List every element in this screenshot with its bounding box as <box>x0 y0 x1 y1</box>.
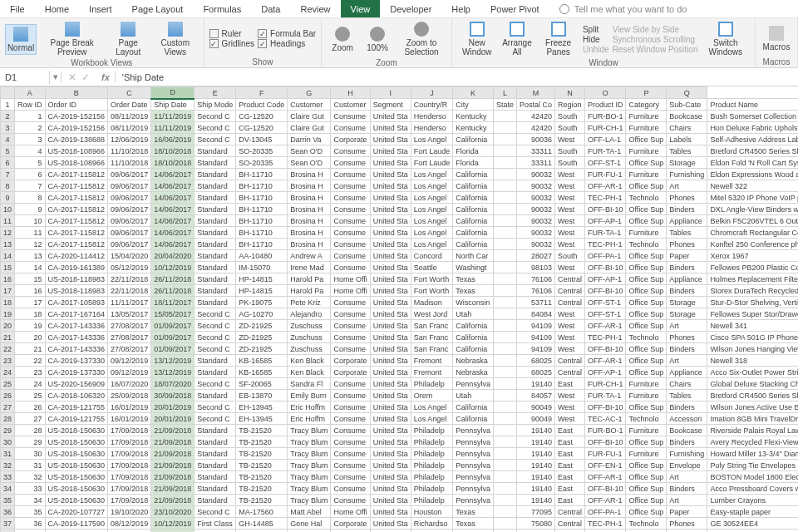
cell[interactable]: United Sta <box>370 506 411 518</box>
cell[interactable]: 14/06/2017 <box>151 204 195 215</box>
cell[interactable]: Philadelp <box>411 483 453 495</box>
col-header[interactable] <box>1 87 15 99</box>
cell[interactable]: Standard <box>195 355 236 367</box>
cell[interactable]: 90032 <box>516 180 554 192</box>
cell[interactable]: 19140 <box>516 436 554 448</box>
cell[interactable]: California <box>453 413 494 425</box>
cell[interactable]: Furniture <box>626 425 667 436</box>
cell[interactable]: Nebraska <box>453 355 494 367</box>
cell[interactable]: FUR-CH-1 <box>584 122 626 134</box>
cell[interactable]: OFF-BI-10 <box>584 483 626 495</box>
cell[interactable]: 19140 <box>516 483 554 495</box>
cell[interactable]: First Class <box>195 530 236 533</box>
cell[interactable]: Los Angel <box>411 134 453 145</box>
cell[interactable]: OFF-EN-1 <box>584 460 626 471</box>
cell[interactable]: Los Angel <box>411 192 453 204</box>
cell[interactable]: Pete Kriz <box>288 297 331 308</box>
cell[interactable]: Los Angel <box>411 169 453 180</box>
cell[interactable]: 22/11/2018 <box>108 285 151 297</box>
cell[interactable]: US-2018-118983 <box>45 273 108 285</box>
cell[interactable]: 19 <box>15 320 46 332</box>
cell[interactable]: 09/06/2017 <box>108 215 151 227</box>
cell[interactable]: United Sta <box>370 215 411 227</box>
cell[interactable]: 09/06/2017 <box>108 239 151 250</box>
cell[interactable]: California <box>453 343 494 355</box>
cell[interactable]: Tracy Blum <box>288 471 331 483</box>
cell[interactable]: Philadelp <box>411 378 453 390</box>
cell[interactable]: Office Sup <box>626 483 667 495</box>
cell[interactable]: Eric Hoffm <box>288 413 331 425</box>
cell[interactable]: Office Sup <box>626 471 667 483</box>
cell[interactable]: Florida <box>453 145 494 157</box>
row-header[interactable]: 6 <box>1 157 15 169</box>
cell[interactable]: 09/06/2017 <box>108 180 151 192</box>
cell[interactable] <box>493 192 516 204</box>
cell[interactable]: Standard <box>195 169 236 180</box>
cell[interactable]: Office Sup <box>626 204 667 215</box>
cell[interactable]: Pennsylva <box>453 471 494 483</box>
cell[interactable]: United Sta <box>370 297 411 308</box>
cell[interactable]: 77095 <box>516 506 554 518</box>
cell[interactable]: United Sta <box>370 378 411 390</box>
cell[interactable]: Binders <box>667 285 707 297</box>
cell[interactable]: Office Sup <box>626 134 667 145</box>
cell[interactable]: US-2020-156909 <box>45 378 108 390</box>
cell[interactable]: 2 <box>15 122 46 134</box>
cell[interactable]: Binders <box>667 401 707 413</box>
cell[interactable]: Zuschuss <box>288 343 331 355</box>
cell[interactable]: California <box>453 169 494 180</box>
cell[interactable]: 13 <box>15 250 46 262</box>
cell[interactable]: 94109 <box>516 320 554 332</box>
cell[interactable] <box>493 530 516 533</box>
cell[interactable]: TEC-PH-1 <box>584 192 626 204</box>
cell[interactable]: 13/12/2019 <box>151 355 195 367</box>
cell[interactable]: United Sta <box>370 343 411 355</box>
cell[interactable]: Texas <box>453 530 494 533</box>
cell[interactable]: Consume <box>331 460 370 471</box>
cell[interactable]: Kentucky <box>453 122 494 134</box>
cell[interactable]: 08/12/2019 <box>108 518 151 530</box>
cell[interactable]: Standard <box>195 367 236 378</box>
cell[interactable]: ZD-21925 <box>236 343 288 355</box>
cell[interactable]: Madison <box>411 297 453 308</box>
cell[interactable]: 17/09/2018 <box>108 448 151 460</box>
col-header[interactable]: A <box>15 87 46 99</box>
row-header[interactable]: 36 <box>1 506 15 518</box>
cell[interactable]: MA-17560 <box>236 506 288 518</box>
cell[interactable]: East <box>554 378 584 390</box>
cell[interactable] <box>493 308 516 320</box>
cell[interactable]: South <box>554 145 584 157</box>
cell[interactable]: Home Offi <box>331 506 370 518</box>
cell[interactable]: West <box>554 239 584 250</box>
cell[interactable]: 18/10/2018 <box>151 157 195 169</box>
cell[interactable]: FUR-FU-1 <box>584 448 626 460</box>
arrange-all-button[interactable]: Arrange All <box>500 20 534 58</box>
cell[interactable]: San Franc <box>411 343 453 355</box>
cell[interactable]: Brosina H <box>288 192 331 204</box>
cell[interactable]: Phones <box>667 239 707 250</box>
cell[interactable]: FUR-CH-1 <box>584 378 626 390</box>
cell[interactable]: Konftel 250 Conference phone - Charcoal … <box>707 239 798 250</box>
cell[interactable]: Consume <box>331 343 370 355</box>
cell[interactable]: Product Name <box>707 99 798 111</box>
cell[interactable]: Central <box>554 506 584 518</box>
cell[interactable]: Furniture <box>626 145 667 157</box>
cell[interactable]: 90032 <box>516 215 554 227</box>
cell[interactable]: West <box>554 134 584 145</box>
cell[interactable]: CA-2017-105893 <box>45 297 108 308</box>
cell[interactable]: West <box>554 192 584 204</box>
cell[interactable]: Product Code <box>236 99 288 111</box>
cell[interactable]: Brosina H <box>288 204 331 215</box>
cell[interactable]: 11/11/2017 <box>108 297 151 308</box>
cell[interactable] <box>493 483 516 495</box>
tab-developer[interactable]: Developer <box>380 0 441 17</box>
cell[interactable]: Newell 318 <box>707 355 798 367</box>
cell[interactable]: CA-2017-143336 <box>45 332 108 343</box>
cell[interactable]: East <box>554 495 584 506</box>
cell[interactable]: East <box>554 436 584 448</box>
cell[interactable]: Seattle <box>411 262 453 273</box>
cell[interactable]: Tracy Blum <box>288 436 331 448</box>
cell[interactable]: Postal Co <box>516 99 554 111</box>
cell[interactable]: Concord <box>411 250 453 262</box>
cell[interactable]: OFF-LA-1 <box>584 134 626 145</box>
